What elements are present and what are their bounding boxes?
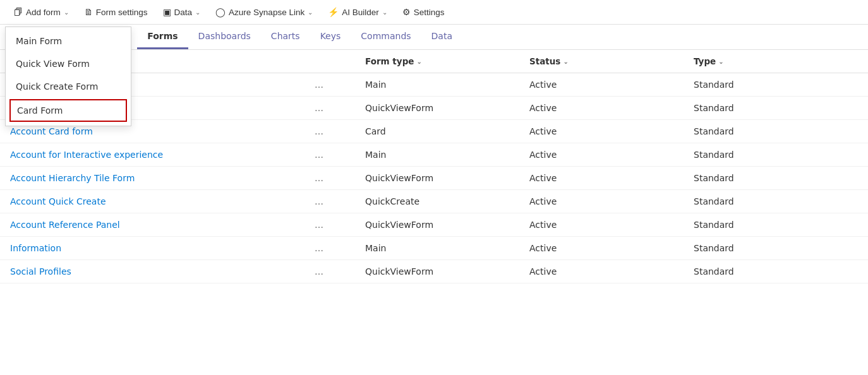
add-form-chevron: ⌄ [64,9,69,16]
row-form-type: Main [365,80,529,90]
ai-builder-label: AI Builder [342,8,379,17]
data-icon: ▣ [163,7,171,17]
col-actions [315,56,365,66]
dropdown-item-quick-view-form[interactable]: Quick View Form [6,52,131,75]
row-actions-menu[interactable]: … [315,196,365,206]
table-row: Information … Main Active Standard [0,237,868,260]
table-row: Account Quick Create … QuickCreate Activ… [0,190,868,213]
row-status: Active [529,196,694,206]
row-status: Active [529,266,694,277]
azure-synapse-icon: ◯ [215,7,226,17]
row-status: Active [529,173,694,183]
add-form-button[interactable]: 🗍 Add form ⌄ [8,4,75,20]
row-actions-menu[interactable]: … [315,243,365,253]
azure-synapse-label: Azure Synapse Link [229,8,304,17]
row-actions-menu[interactable]: … [315,266,365,277]
data-label: Data [174,8,193,17]
settings-icon: ⚙ [402,7,411,17]
row-form-type: QuickViewForm [365,173,529,183]
row-actions-menu[interactable]: … [315,103,365,113]
type-sort-icon: ⌄ [718,58,723,65]
row-name[interactable]: Account Card form [10,126,315,136]
dropdown-item-card-form[interactable]: Card Form [9,99,127,122]
form-settings-icon: 🗎 [84,7,93,17]
dropdown-item-main-form[interactable]: Main Form [6,30,131,52]
add-form-dropdown: Main Form Quick View Form Quick Create F… [5,27,131,126]
row-form-type: Main [365,150,529,160]
row-form-type: QuickViewForm [365,103,529,113]
row-name[interactable]: Account Reference Panel [10,220,315,230]
row-type: Standard [694,173,858,183]
toolbar: 🗍 Add form ⌄ 🗎 Form settings ▣ Data ⌄ ◯ … [0,0,868,25]
row-status: Active [529,220,694,230]
row-form-type: Card [365,126,529,136]
row-actions-menu[interactable]: … [315,150,365,160]
form-settings-label: Form settings [96,8,148,17]
azure-synapse-chevron: ⌄ [308,9,313,16]
data-chevron: ⌄ [195,9,200,16]
tab-forms[interactable]: Forms [137,25,188,49]
row-actions-menu[interactable]: … [315,173,365,183]
row-type: Standard [694,103,858,113]
row-name[interactable]: Account Hierarchy Tile Form [10,173,315,183]
table-row: Account for Interactive experience … Mai… [0,143,868,167]
tab-keys[interactable]: Keys [310,25,351,49]
row-type: Standard [694,196,858,206]
col-type[interactable]: Type ⌄ [694,56,858,66]
row-type: Standard [694,243,858,253]
tab-commands[interactable]: Commands [351,25,421,49]
ai-builder-button[interactable]: ⚡ AI Builder ⌄ [322,4,394,20]
row-actions-menu[interactable]: … [315,80,365,90]
row-status: Active [529,126,694,136]
row-name[interactable]: Information [10,243,315,253]
form-type-sort-icon: ⌄ [416,58,421,65]
ai-builder-chevron: ⌄ [382,9,387,16]
row-name[interactable]: Account Quick Create [10,196,315,206]
row-type: Standard [694,220,858,230]
row-type: Standard [694,266,858,277]
row-type: Standard [694,126,858,136]
tab-charts[interactable]: Charts [261,25,310,49]
col-status[interactable]: Status ⌄ [529,56,694,66]
row-form-type: QuickViewForm [365,266,529,277]
row-name[interactable]: Social Profiles [10,266,315,277]
row-status: Active [529,103,694,113]
tab-data[interactable]: Data [421,25,462,49]
settings-label: Settings [414,8,445,17]
row-actions-menu[interactable]: … [315,220,365,230]
row-form-type: QuickViewForm [365,220,529,230]
row-type: Standard [694,150,858,160]
table-row: Social Profiles … QuickViewForm Active S… [0,260,868,283]
row-status: Active [529,150,694,160]
row-form-type: QuickCreate [365,196,529,206]
add-form-icon: 🗍 [14,7,23,17]
row-type: Standard [694,80,858,90]
data-button[interactable]: ▣ Data ⌄ [157,4,207,20]
row-actions-menu[interactable]: … [315,126,365,136]
azure-synapse-button[interactable]: ◯ Azure Synapse Link ⌄ [209,4,319,20]
form-settings-button[interactable]: 🗎 Form settings [78,4,154,20]
settings-button[interactable]: ⚙ Settings [396,4,451,20]
table-row: Account Reference Panel … QuickViewForm … [0,213,868,237]
row-name[interactable]: Account for Interactive experience [10,150,315,160]
col-form-type[interactable]: Form type ⌄ [365,56,529,66]
row-status: Active [529,80,694,90]
table-row: Account Hierarchy Tile Form … QuickViewF… [0,167,868,190]
dropdown-item-quick-create-form[interactable]: Quick Create Form [6,75,131,98]
status-sort-icon: ⌄ [563,58,568,65]
tab-dashboards[interactable]: Dashboards [188,25,261,49]
row-form-type: Main [365,243,529,253]
row-status: Active [529,243,694,253]
add-form-label: Add form [26,8,61,17]
ai-builder-icon: ⚡ [328,7,339,17]
